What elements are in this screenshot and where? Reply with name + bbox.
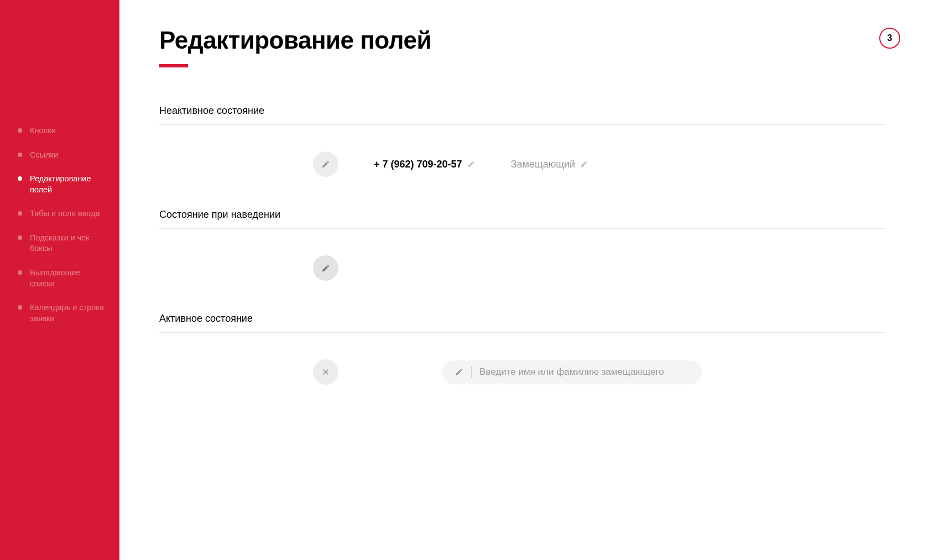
pencil-icon (467, 160, 476, 169)
close-icon (321, 368, 330, 376)
bullet-icon (18, 176, 22, 181)
section-body (159, 229, 885, 281)
phone-field[interactable]: + 7 (962) 709-20-57 (374, 159, 476, 170)
bullet-icon (18, 305, 22, 310)
sidebar-item-links[interactable]: Ссылки (0, 143, 119, 168)
sidebar-item-dropdowns[interactable]: Выпадающие списки (0, 261, 119, 296)
section-hover-state: Состояние при наведении (159, 209, 885, 281)
sidebar-item-label: Кнопки (30, 125, 56, 137)
substitute-input[interactable] (479, 367, 690, 378)
bullet-icon (18, 211, 22, 216)
substitute-label: Замещающий (511, 159, 576, 170)
sidebar-item-label: Ссылки (30, 150, 58, 161)
bullet-icon (18, 128, 22, 133)
pencil-icon (580, 160, 588, 169)
page-title: Редактирование полей (159, 27, 885, 54)
section-body (159, 333, 885, 385)
section-title: Состояние при наведении (159, 209, 885, 229)
page-number-badge: 3 (879, 28, 900, 49)
bullet-icon (18, 270, 22, 275)
sidebar-item-calendar-request[interactable]: Календарь и строка заявки (0, 296, 119, 331)
section-inactive-state: Неактивное состояние + 7 (962) 709-20-57… (159, 105, 885, 177)
sidebar-item-label: Табы и поля ввода (30, 208, 100, 219)
close-circle-button[interactable] (313, 359, 338, 385)
substitute-input-wrap[interactable] (442, 360, 702, 384)
sidebar-item-label: Редактирование полей (30, 174, 107, 195)
pencil-icon (321, 160, 330, 169)
title-underline (159, 64, 188, 67)
sidebar: Кнопки Ссылки Редактирование полей Табы … (0, 0, 119, 560)
pencil-icon (455, 368, 463, 376)
phone-value: + 7 (962) 709-20-57 (374, 159, 462, 170)
sidebar-item-field-editing[interactable]: Редактирование полей (0, 167, 119, 202)
edit-circle-button[interactable] (313, 151, 338, 177)
input-divider (471, 366, 472, 378)
pencil-icon (321, 264, 330, 273)
bullet-icon (18, 235, 22, 240)
sidebar-item-label: Подсказки и чек боксы (30, 233, 107, 254)
edit-circle-button-hover[interactable] (313, 255, 338, 281)
bullet-icon (18, 153, 22, 157)
sidebar-item-label: Календарь и строка заявки (30, 302, 107, 324)
section-active-state: Активное состояние (159, 313, 885, 385)
section-body: + 7 (962) 709-20-57 Замещающий (159, 125, 885, 177)
sidebar-item-buttons[interactable]: Кнопки (0, 119, 119, 143)
substitute-field[interactable]: Замещающий (511, 159, 589, 170)
main-content: Редактирование полей 3 Неактивное состоя… (119, 0, 929, 560)
sidebar-item-tooltips-checkboxes[interactable]: Подсказки и чек боксы (0, 226, 119, 261)
section-title: Неактивное состояние (159, 105, 885, 125)
sidebar-item-tabs-inputs[interactable]: Табы и поля ввода (0, 202, 119, 226)
sidebar-item-label: Выпадающие списки (30, 268, 107, 289)
section-title: Активное состояние (159, 313, 885, 333)
